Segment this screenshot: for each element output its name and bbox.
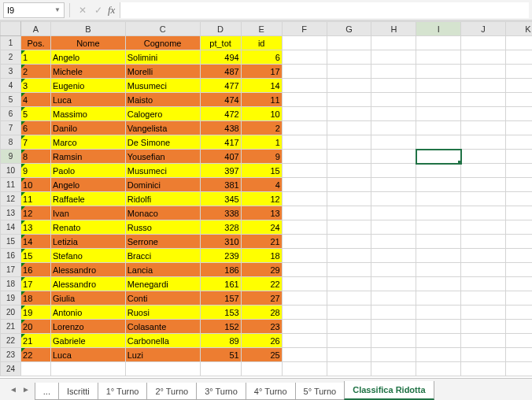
cell[interactable] bbox=[282, 306, 327, 320]
cell[interactable] bbox=[327, 249, 371, 263]
cell[interactable] bbox=[416, 362, 461, 376]
cell[interactable] bbox=[371, 235, 416, 249]
cell[interactable]: 407 bbox=[200, 150, 241, 164]
cell[interactable]: Raffaele bbox=[50, 192, 125, 206]
row-header[interactable]: 22 bbox=[1, 334, 21, 348]
col-header-D[interactable]: D bbox=[200, 22, 241, 36]
fx-icon[interactable]: fx bbox=[108, 4, 115, 17]
cell[interactable] bbox=[506, 263, 532, 277]
cell[interactable] bbox=[506, 107, 532, 121]
cell[interactable]: 186 bbox=[200, 263, 241, 277]
cell[interactable] bbox=[506, 291, 532, 306]
cell[interactable] bbox=[461, 334, 506, 348]
cell[interactable]: id bbox=[241, 36, 282, 50]
cell[interactable]: Cognome bbox=[125, 36, 200, 50]
cell[interactable]: Alessandro bbox=[50, 277, 125, 291]
cell[interactable] bbox=[282, 192, 327, 206]
cell[interactable] bbox=[506, 36, 532, 50]
row-header[interactable]: 5 bbox=[1, 93, 21, 107]
cell[interactable]: 6 bbox=[21, 121, 51, 135]
sheet-tab[interactable]: Iscritti bbox=[58, 383, 98, 400]
cell[interactable] bbox=[461, 348, 506, 362]
sheet-tab[interactable]: 3° Turno bbox=[196, 383, 246, 400]
cell[interactable] bbox=[282, 135, 327, 150]
cell[interactable] bbox=[327, 178, 371, 192]
cell[interactable]: 9 bbox=[21, 164, 51, 178]
cell[interactable]: Russo bbox=[125, 220, 200, 235]
cell[interactable] bbox=[416, 206, 461, 220]
cell[interactable]: Conti bbox=[125, 291, 200, 306]
cell[interactable]: 51 bbox=[200, 348, 241, 362]
cell[interactable]: 397 bbox=[200, 164, 241, 178]
cell[interactable]: 328 bbox=[200, 220, 241, 235]
tab-nav-next-icon[interactable]: ► bbox=[22, 385, 30, 394]
cell[interactable] bbox=[371, 107, 416, 121]
cell[interactable]: 8 bbox=[21, 150, 51, 164]
cell[interactable] bbox=[327, 164, 371, 178]
cell[interactable] bbox=[282, 235, 327, 249]
cell[interactable] bbox=[416, 50, 461, 65]
cell[interactable] bbox=[461, 249, 506, 263]
cell[interactable] bbox=[506, 362, 532, 376]
cell[interactable]: Morelli bbox=[125, 65, 200, 79]
cell[interactable]: 10 bbox=[21, 178, 51, 192]
cell[interactable] bbox=[282, 334, 327, 348]
cell[interactable] bbox=[371, 320, 416, 334]
cell[interactable]: Monaco bbox=[125, 206, 200, 220]
cell[interactable]: 15 bbox=[241, 164, 282, 178]
cell[interactable]: 29 bbox=[241, 263, 282, 277]
cell[interactable] bbox=[371, 65, 416, 79]
cell[interactable] bbox=[506, 164, 532, 178]
cell[interactable]: Paolo bbox=[50, 164, 125, 178]
cell[interactable] bbox=[416, 235, 461, 249]
cell[interactable]: Gabriele bbox=[50, 334, 125, 348]
cell[interactable] bbox=[327, 93, 371, 107]
cell[interactable]: Musumeci bbox=[125, 164, 200, 178]
cell[interactable] bbox=[416, 107, 461, 121]
row-header[interactable]: 8 bbox=[1, 135, 21, 150]
cell[interactable] bbox=[416, 220, 461, 235]
cell[interactable] bbox=[506, 249, 532, 263]
cell[interactable] bbox=[506, 277, 532, 291]
cell[interactable]: 13 bbox=[21, 220, 51, 235]
cell[interactable] bbox=[327, 320, 371, 334]
cell[interactable]: 472 bbox=[200, 107, 241, 121]
cell[interactable] bbox=[371, 291, 416, 306]
cell[interactable] bbox=[282, 36, 327, 50]
cell[interactable]: 20 bbox=[21, 320, 51, 334]
cell[interactable]: Renato bbox=[50, 220, 125, 235]
cell[interactable]: 10 bbox=[241, 107, 282, 121]
row-header[interactable]: 13 bbox=[1, 206, 21, 220]
cell[interactable] bbox=[461, 150, 506, 164]
cell[interactable] bbox=[327, 263, 371, 277]
cell[interactable]: 2 bbox=[241, 121, 282, 135]
cell[interactable] bbox=[461, 192, 506, 206]
cell[interactable]: 15 bbox=[21, 249, 51, 263]
cell[interactable] bbox=[282, 50, 327, 65]
row-header[interactable]: 18 bbox=[1, 277, 21, 291]
cell[interactable] bbox=[416, 135, 461, 150]
row-header[interactable]: 6 bbox=[1, 107, 21, 121]
cell[interactable] bbox=[371, 178, 416, 192]
cell[interactable] bbox=[461, 36, 506, 50]
cell[interactable] bbox=[327, 220, 371, 235]
cell[interactable]: Serrone bbox=[125, 235, 200, 249]
row-header[interactable]: 17 bbox=[1, 263, 21, 277]
cell[interactable] bbox=[461, 135, 506, 150]
row-header[interactable]: 14 bbox=[1, 220, 21, 235]
cell[interactable] bbox=[506, 334, 532, 348]
cell[interactable] bbox=[371, 362, 416, 376]
cell[interactable]: Angelo bbox=[50, 178, 125, 192]
cell[interactable] bbox=[371, 277, 416, 291]
cell[interactable]: Menegardi bbox=[125, 277, 200, 291]
cell[interactable] bbox=[282, 150, 327, 164]
cell[interactable] bbox=[371, 36, 416, 50]
cell[interactable]: 310 bbox=[200, 235, 241, 249]
cell[interactable]: 12 bbox=[241, 192, 282, 206]
cell[interactable]: Antonio bbox=[50, 306, 125, 320]
cell[interactable]: 17 bbox=[21, 277, 51, 291]
col-header-G[interactable]: G bbox=[327, 22, 371, 36]
spreadsheet-grid[interactable]: ABCDEFGHIJK1Pos.NomeCognomept_totid21Ang… bbox=[0, 21, 532, 377]
row-header[interactable]: 19 bbox=[1, 291, 21, 306]
cell[interactable]: 18 bbox=[21, 291, 51, 306]
